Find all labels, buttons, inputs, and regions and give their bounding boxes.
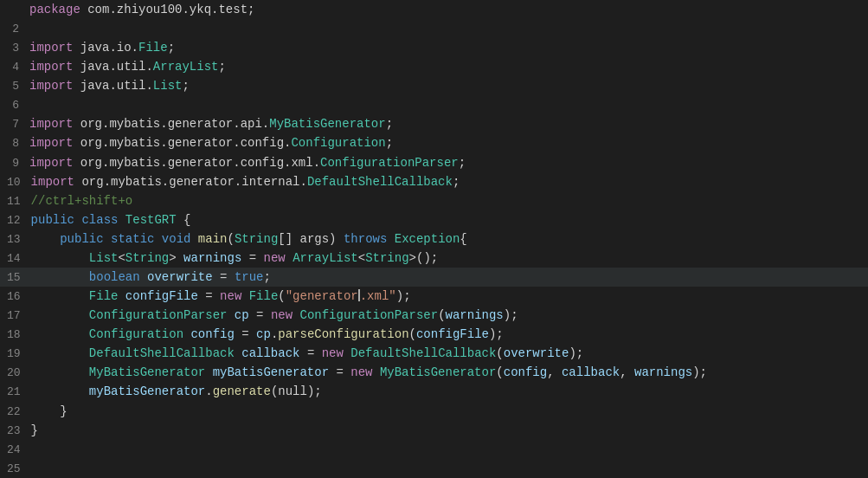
code-token: ConfigurationParser [300,308,439,322]
code-line: 15 boolean overwrite = true; [0,268,868,287]
code-token: ConfigurationParser [89,308,235,322]
code-token: import [29,117,80,131]
line-code: import java.io.File; [26,38,868,57]
code-token: ( [496,346,503,360]
line-code [28,440,868,459]
code-token: import [29,60,80,74]
line-number: 23 [0,422,28,441]
line-number: 9 [0,154,26,173]
line-number: 14 [0,249,28,268]
code-line: 21 myBatisGenerator.generate(null); [0,382,868,401]
code-line: 17 ConfigurationParser cp = new Configur… [0,306,868,325]
code-token: import [29,136,80,150]
code-token: ; [168,41,175,55]
code-token: ArrayList [153,60,219,74]
code-token: ArrayList [293,251,358,265]
code-token: >(); [409,251,439,265]
code-token: cp [235,308,249,322]
code-token: overwrite [504,346,569,360]
code-token: new [350,365,380,379]
code-token: ; [218,60,225,74]
code-token: ( [438,308,445,322]
code-token: class [81,213,125,227]
code-token: Exception [395,232,460,246]
code-token: , [620,365,634,379]
line-number: 7 [0,115,26,134]
code-token: , [547,365,562,379]
code-token: DefaultShellCallback [89,346,241,360]
code-line: 19 DefaultShellCallback callback = new D… [0,344,868,363]
code-token: boolean [89,270,147,284]
code-token: = [198,289,220,303]
code-line: 25 [0,459,868,478]
code-token: main [198,232,228,246]
code-token: generate [213,384,271,398]
line-code: import java.util.ArrayList; [26,57,868,76]
code-token: import [29,41,80,55]
line-number: 3 [0,39,26,58]
line-number: 25 [0,460,28,478]
code-token: ; [386,136,393,150]
code-token: MyBatisGenerator [380,365,496,379]
code-token: String [365,251,408,265]
code-token [31,384,89,398]
code-token: //ctrl+shift+o [31,194,133,208]
code-line: 3import java.io.File; [0,38,868,57]
code-token: } [31,404,68,418]
code-token: = [235,327,256,341]
code-token: java.util. [80,79,153,93]
code-token: configFile [125,289,198,303]
code-token: java.io. [80,41,138,55]
code-token: ( [227,232,234,246]
line-code: Configuration config = cp.parseConfigura… [28,325,868,344]
code-token: callback [241,346,299,360]
code-line: package com.zhiyou100.ykq.test; [0,0,868,19]
code-token: ); [569,346,583,360]
code-token: config [504,365,547,379]
code-token: warnings [446,308,504,322]
code-token: org.mybatis.generator.config. [80,136,292,150]
code-token: callback [562,365,620,379]
code-token: true [235,270,264,284]
code-token: cp [256,327,271,341]
code-line: 5import java.util.List; [0,76,868,95]
line-code: DefaultShellCallback callback = new Defa… [28,344,868,363]
code-token: new [322,346,351,360]
line-code: ConfigurationParser cp = new Configurati… [28,306,868,325]
line-code [26,95,868,114]
code-token [31,270,89,284]
code-token: DefaultShellCallback [307,175,453,189]
line-code: //ctrl+shift+o [28,191,868,210]
line-number: 16 [0,287,28,307]
code-token: org.mybatis.generator.config.xml. [80,156,320,170]
code-token: [] args) [278,232,344,246]
line-code [28,459,868,478]
code-token: myBatisGenerator [89,384,205,398]
code-line: 24 [0,440,868,459]
code-token: import [29,156,80,170]
line-code: import java.util.List; [26,76,868,95]
code-token: File [89,289,125,303]
code-token: ); [692,365,707,379]
code-token [31,232,61,246]
code-token: = [299,346,321,360]
code-token: TestGRT [125,213,177,227]
code-line: 22 } [0,402,868,421]
line-number: 21 [0,383,28,402]
code-token: import [29,79,80,93]
code-token: configFile [416,327,489,341]
code-token: ); [396,289,411,303]
line-code: public static void main(String[] args) t… [28,229,868,249]
code-token: MyBatisGenerator [89,365,213,379]
code-token: public [31,213,82,227]
code-line: 18 Configuration config = cp.parseConfig… [0,325,868,344]
code-token: . [205,384,212,398]
code-token: = [241,251,263,265]
code-token: ( [409,327,416,341]
line-code: List<String> warnings = new ArrayList<St… [28,249,868,268]
line-number: 20 [0,364,28,383]
code-token: java.util. [80,60,153,74]
line-number: 4 [0,58,26,77]
code-token: ); [489,327,504,341]
code-token: static [111,232,162,246]
